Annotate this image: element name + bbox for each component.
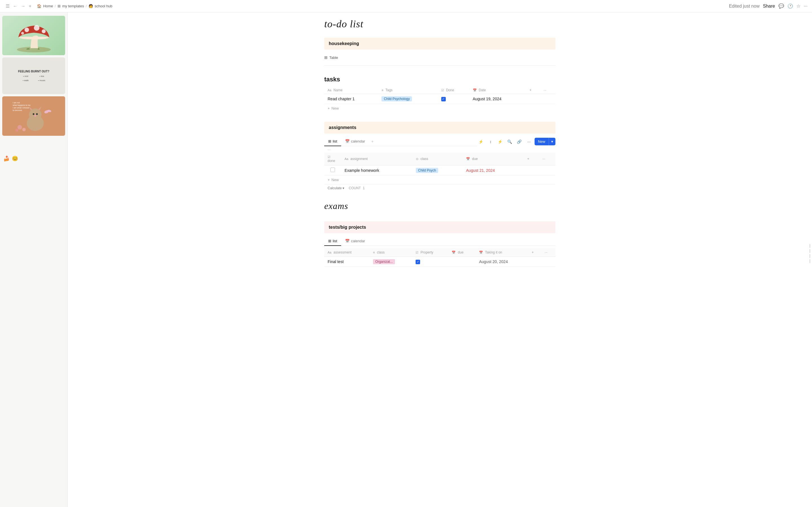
tests-col-property: ☑ Property: [412, 248, 448, 257]
history-icon[interactable]: 🕐: [788, 3, 793, 9]
page-label[interactable]: school hub: [95, 4, 112, 8]
new-button-label[interactable]: New: [535, 138, 549, 145]
bookmark-icon[interactable]: ☆: [797, 3, 801, 9]
assignments-add-row[interactable]: + New: [324, 175, 555, 184]
assign-empty-2: [539, 165, 555, 175]
assign-class-cell[interactable]: Child Psych: [412, 165, 463, 175]
tab-list[interactable]: ⊞ list: [324, 137, 341, 146]
tests-col-add[interactable]: +: [528, 248, 541, 257]
new-button[interactable]: New ▾: [535, 138, 555, 145]
layout: FEELING BURNT OUT? • rest• tea • walk• m…: [0, 12, 812, 507]
smiley-icon: 😊: [12, 156, 18, 162]
calculate-label[interactable]: Calculate: [327, 186, 342, 190]
forward-icon[interactable]: →: [20, 3, 27, 10]
tests-section: tests/big projects ⊞ list 📅 calendar: [324, 221, 555, 267]
svg-text:to become.: to become.: [13, 109, 22, 111]
templates-label[interactable]: my templates: [62, 4, 84, 8]
table-row[interactable]: Example homework Child Psych August 21, …: [324, 165, 555, 175]
tests-property-cell[interactable]: ✓: [412, 257, 448, 267]
tests-property-icon: ☑: [416, 251, 418, 254]
tab-add-view[interactable]: +: [369, 137, 376, 146]
bolt-icon[interactable]: ⚡: [496, 138, 504, 146]
tests-col-more[interactable]: ···: [541, 248, 555, 257]
menu-icon[interactable]: ☰: [4, 2, 11, 10]
svg-point-12: [36, 113, 38, 115]
tests-class-icon: ≡: [373, 251, 375, 254]
checkbox-unchecked[interactable]: [331, 168, 335, 172]
calculate-button[interactable]: Calculate ▾: [327, 186, 344, 190]
sidebar-image-burnout[interactable]: FEELING BURNT OUT? • rest• tea • walk• m…: [0, 56, 67, 95]
share-button[interactable]: Share: [763, 4, 775, 9]
tasks-add-label: New: [332, 106, 339, 110]
scroll-hints: [809, 244, 810, 263]
burnout-poster: FEELING BURNT OUT? • rest• tea • walk• m…: [2, 57, 65, 94]
svg-point-13: [35, 115, 36, 117]
task-col-empty-2: [540, 94, 555, 104]
task-col-empty-1: [526, 94, 540, 104]
list-tab-label: list: [333, 139, 337, 144]
organizat-tag[interactable]: Organizat...: [373, 259, 395, 264]
svg-point-1: [24, 27, 29, 32]
link-icon[interactable]: 🔗: [515, 138, 523, 146]
date-col-icon: 📅: [473, 89, 477, 92]
assign-col-add[interactable]: +: [524, 153, 539, 165]
tests-list-icon: ⊞: [328, 239, 331, 243]
sidebar-image-blank[interactable]: [0, 137, 67, 153]
table-row[interactable]: Read chapter 1 Child Psychology ✓ August…: [324, 94, 555, 104]
sidebar-image-mushroom[interactable]: [0, 15, 67, 56]
tasks-add-row[interactable]: + New: [324, 104, 555, 113]
tests-header-row: Aa assessment ≡ class ☑ Property: [324, 248, 555, 257]
housekeeping-table-label[interactable]: ⊞ Table: [324, 53, 555, 64]
sort-icon[interactable]: ↕: [487, 138, 495, 146]
filter-icon[interactable]: ⚡: [477, 138, 485, 146]
svg-point-10: [29, 108, 42, 121]
tasks-col-tags: ≡ Tags: [378, 87, 438, 94]
done-col-icon: ☑: [441, 89, 444, 92]
tests-tab-calendar[interactable]: 📅 calendar: [341, 237, 369, 246]
svg-point-11: [33, 113, 35, 115]
assignments-section: assignments ⊞ list 📅 calendar +: [324, 122, 555, 192]
more-options-icon[interactable]: ···: [525, 138, 533, 146]
task-done[interactable]: ✓: [438, 94, 469, 104]
topbar-left: ☰ ← → + 🏠 Home / ⊞ my templates / 🧑 scho…: [4, 2, 729, 10]
tests-checkbox-checked[interactable]: ✓: [416, 260, 420, 264]
task-tag-child-psych[interactable]: Child Psychology: [382, 96, 412, 101]
back-icon[interactable]: ←: [12, 3, 18, 10]
page-title: to-do list: [324, 18, 555, 30]
task-name: Read chapter 1: [324, 94, 378, 104]
search-icon[interactable]: 🔍: [506, 138, 514, 146]
comment-icon[interactable]: 💬: [778, 3, 784, 9]
exams-section: exams: [324, 201, 555, 211]
task-tags[interactable]: Child Psychology: [378, 94, 438, 104]
count-label: COUNT: [349, 186, 361, 190]
assignments-toolbar: ⚡ ↕ ⚡ 🔍 🔗 ··· New ▾: [477, 138, 555, 146]
tests-tab-list[interactable]: ⊞ list: [324, 237, 341, 246]
svg-text:what happens to me: what happens to me: [12, 104, 31, 107]
tasks-col-more[interactable]: ···: [540, 87, 555, 94]
breadcrumb: 🏠 Home / ⊞ my templates / 🧑 school hub: [37, 4, 112, 8]
sidebar-image-cat[interactable]: I am not what happens to me I am what I …: [0, 95, 67, 137]
assignments-header: assignments: [324, 122, 555, 133]
assign-col-more[interactable]: ···: [539, 153, 555, 165]
table-icon: ⊞: [324, 55, 327, 60]
add-page-icon[interactable]: +: [28, 3, 33, 10]
assign-done-cell[interactable]: [324, 165, 341, 175]
new-button-chevron[interactable]: ▾: [549, 138, 555, 145]
checkbox-checked[interactable]: ✓: [441, 97, 446, 101]
tasks-add-icon: +: [327, 106, 330, 110]
tab-calendar[interactable]: 📅 calendar: [341, 137, 369, 146]
svg-point-7: [22, 128, 26, 131]
child-psych-tag[interactable]: Child Psych: [416, 168, 438, 173]
tests-class-cell[interactable]: Organizat...: [370, 257, 412, 267]
assign-col-assignment: Aa assignment: [341, 153, 412, 165]
tasks-col-add[interactable]: +: [526, 87, 540, 94]
scroll-bar-3: [809, 254, 810, 258]
home-label[interactable]: Home: [43, 4, 53, 8]
assign-add-icon: +: [327, 178, 330, 182]
sidebar-images: FEELING BURNT OUT? • rest• tea • walk• m…: [0, 15, 67, 164]
home-icon[interactable]: 🏠: [37, 4, 42, 8]
table-row[interactable]: Final test Organizat... ✓ August 20, 202…: [324, 257, 555, 267]
assignments-options-row[interactable]: ···: [324, 146, 555, 153]
breadcrumb-sep-1: /: [55, 4, 56, 8]
more-icon[interactable]: ···: [804, 4, 808, 9]
